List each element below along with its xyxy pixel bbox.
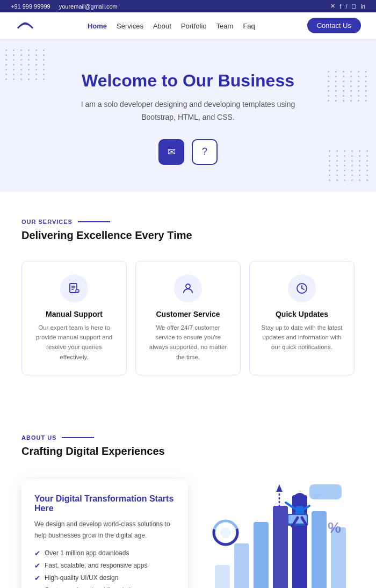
svg-point-38 xyxy=(220,527,231,538)
svg-rect-15 xyxy=(312,511,327,588)
manual-support-title: Manual Support xyxy=(32,310,117,318)
about-title: Crafting Digital Experiences xyxy=(21,445,355,458)
services-label: OUR SERVICES xyxy=(21,219,355,225)
hero-section: for(let i=0;i<42;i++)document.write('<di… xyxy=(0,39,376,192)
about-label: ABOUT US xyxy=(21,434,355,441)
email-address: youremail@gmail.com xyxy=(59,3,118,10)
social-links[interactable]: ✕ f / ◻ in xyxy=(330,3,365,10)
service-card-manual: + Manual Support Our expert team is here… xyxy=(21,261,127,376)
feature-item-1: ✔ Over 1 million app downloads xyxy=(34,549,175,557)
facebook-icon[interactable]: f xyxy=(339,3,341,10)
svg-marker-32 xyxy=(276,484,283,492)
dots-left: for(let i=0;i<42;i++)document.write('<di… xyxy=(5,49,48,80)
svg-rect-10 xyxy=(215,565,230,588)
top-bar-contact: +91 999 99999 youremail@gmail.com xyxy=(11,3,118,10)
feature-label-3: High-quality UI/UX design xyxy=(45,574,118,582)
nav-faq[interactable]: Faq xyxy=(243,22,255,30)
instagram-icon[interactable]: ◻ xyxy=(351,3,356,10)
phone-number: +91 999 99999 xyxy=(11,3,50,10)
svg-rect-33 xyxy=(309,484,342,499)
about-card-desc: We design and develop world-class soluti… xyxy=(34,519,175,541)
feature-item-2: ✔ Fast, scalable, and responsive apps xyxy=(34,562,175,570)
svg-point-6 xyxy=(186,284,190,288)
check-icon-2: ✔ xyxy=(34,562,40,570)
check-icon-1: ✔ xyxy=(34,549,40,557)
services-cards: + Manual Support Our expert team is here… xyxy=(21,261,355,376)
about-features-list: ✔ Over 1 million app downloads ✔ Fast, s… xyxy=(34,549,175,588)
email-icon: ✉ xyxy=(168,146,176,158)
service-card-updates: Quick Updates Stay up to date with the l… xyxy=(249,261,355,376)
service-card-customer: Customer Service We offer 24/7 customer … xyxy=(135,261,241,376)
linkedin-icon[interactable]: in xyxy=(360,3,365,10)
nav-portfolio[interactable]: Portfolio xyxy=(181,22,207,30)
feature-label-2: Fast, scalable, and responsive apps xyxy=(45,562,147,569)
feature-label-1: Over 1 million app downloads xyxy=(45,549,129,557)
services-title: Delivering Excellence Every Time xyxy=(21,229,355,242)
top-bar: +91 999 99999 youremail@gmail.com ✕ f / … xyxy=(0,0,376,12)
feature-item-3: ✔ High-quality UI/UX design xyxy=(34,574,175,582)
about-content: Your Digital Transformation Starts Here … xyxy=(21,479,355,588)
svg-text:%: % xyxy=(328,519,341,536)
help-hero-button[interactable]: ? xyxy=(192,139,218,165)
dots-right: for(let i=0;i<42;i++)document.write('<di… xyxy=(328,71,371,101)
nav-team[interactable]: Team xyxy=(216,22,234,30)
nav-services[interactable]: Services xyxy=(117,22,143,30)
hero-title: Welcome to Our Business xyxy=(11,71,365,91)
manual-support-icon: + xyxy=(60,274,88,302)
nav-about[interactable]: About xyxy=(153,22,171,30)
customer-service-desc: We offer 24/7 customer service to ensure… xyxy=(146,323,230,362)
svg-rect-11 xyxy=(234,543,249,588)
check-icon-3: ✔ xyxy=(34,574,40,582)
quick-updates-desc: Stay up to date with the latest updates … xyxy=(259,323,344,352)
about-card-heading: Your Digital Transformation Starts Here xyxy=(34,494,175,513)
about-illustration: % xyxy=(204,479,355,588)
quick-updates-icon xyxy=(288,274,316,302)
svg-line-9 xyxy=(302,288,304,289)
quick-updates-title: Quick Updates xyxy=(259,310,344,318)
svg-rect-12 xyxy=(254,522,269,588)
navbar: Home Services About Portfolio Team Faq C… xyxy=(0,12,376,39)
svg-rect-16 xyxy=(331,527,346,588)
nav-home[interactable]: Home xyxy=(88,22,107,30)
customer-service-title: Customer Service xyxy=(146,310,230,318)
hero-buttons: ✉ ? xyxy=(11,139,365,165)
question-icon: ? xyxy=(202,146,207,157)
manual-support-desc: Our expert team is here to provide manua… xyxy=(32,323,117,362)
divider-icon: / xyxy=(345,3,347,10)
svg-text:+: + xyxy=(77,289,78,293)
about-card: Your Digital Transformation Starts Here … xyxy=(21,479,188,588)
nav-links: Home Services About Portfolio Team Faq xyxy=(88,21,255,31)
nav-contact-button[interactable]: Contact Us xyxy=(307,18,361,33)
svg-point-23 xyxy=(293,493,306,506)
hero-subtitle: I am a solo developer designing and deve… xyxy=(75,98,301,124)
svg-rect-13 xyxy=(273,506,288,588)
dots-bottom-right: for(let i=0;i<42;i++)document.write('<di… xyxy=(329,150,371,181)
logo[interactable] xyxy=(15,18,35,33)
email-hero-button[interactable]: ✉ xyxy=(158,139,184,165)
about-section: ABOUT US Crafting Digital Experiences Yo… xyxy=(0,408,376,588)
twitter-icon[interactable]: ✕ xyxy=(330,3,335,10)
customer-service-icon xyxy=(174,274,202,302)
services-section: OUR SERVICES Delivering Excellence Every… xyxy=(0,192,376,408)
